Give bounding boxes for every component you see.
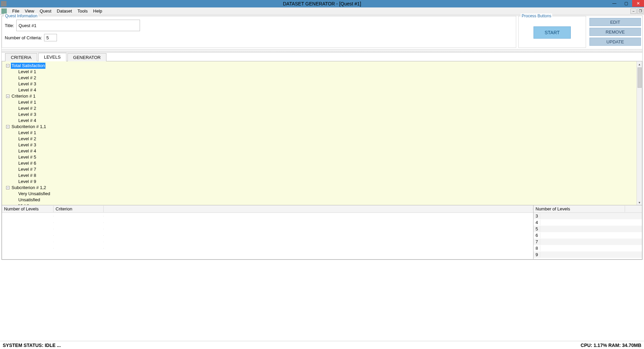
collapse-icon[interactable]: − (6, 186, 9, 189)
num-criteria-input[interactable] (44, 34, 57, 41)
tree-leaf[interactable]: Level # 8 (18, 172, 37, 179)
menu-dataset[interactable]: Dataset (54, 8, 75, 14)
menu-help[interactable]: Help (90, 8, 105, 14)
table-cell[interactable] (2, 235, 54, 236)
table-cell[interactable]: 9 (534, 252, 540, 258)
table-cell[interactable]: 3 (534, 213, 540, 219)
scroll-thumb[interactable] (638, 67, 642, 88)
tree-leaf[interactable]: Level # 4 (18, 148, 37, 154)
close-button[interactable]: ✕ (632, 0, 644, 7)
collapse-icon[interactable]: − (6, 95, 9, 98)
table-cell[interactable]: 5 (534, 226, 540, 232)
statusbar: SYSTEM STATUS: IDLE ... CPU: 1.17% RAM: … (0, 341, 644, 349)
tree-node-subcriterion-1-2[interactable]: Subcriterion # 1,2 (11, 185, 47, 191)
tree-leaf[interactable]: Level # 1 (18, 69, 37, 75)
tree-leaf[interactable]: Level # 6 (18, 160, 37, 166)
tree-leaf[interactable]: Level # 3 (18, 81, 37, 87)
start-button[interactable]: START (534, 26, 571, 39)
tree-leaf[interactable]: Level # 3 (18, 111, 37, 118)
status-right: CPU: 1.17% RAM: 34.70MB (581, 343, 641, 348)
action-buttons: EDIT REMOVE UPDATE (588, 16, 642, 48)
tree-leaf[interactable]: Unsatisfied (18, 197, 41, 203)
process-title: Process Buttons (521, 14, 552, 18)
quest-information-group: Quest Information Title: Number of Crite… (2, 16, 516, 48)
tree-leaf[interactable]: Level # 5 (18, 154, 37, 160)
table-cell[interactable]: 7 (534, 239, 540, 245)
left-col-criterion[interactable]: Criterion (54, 206, 104, 212)
right-table: Number of Levels 3 4 5 6 7 8 9 (534, 205, 642, 259)
table-cell[interactable] (2, 229, 54, 229)
mdi-restore-button[interactable]: ❐ (637, 8, 643, 14)
tree-node-criterion-1[interactable]: Criterion # 1 (11, 93, 36, 99)
tree-leaf[interactable]: Middle (18, 203, 32, 205)
title-input[interactable] (16, 20, 140, 31)
minimize-button[interactable]: — (608, 0, 620, 7)
tree-leaf[interactable]: Level # 7 (18, 166, 37, 172)
window-title: DATASET GENERATOR - [Quest #1] (283, 1, 361, 6)
process-buttons-group: Process Buttons START (518, 16, 586, 48)
tree-leaf[interactable]: Level # 1 (18, 130, 37, 136)
tree-leaf[interactable]: Very Unsatisfied (18, 191, 51, 197)
table-cell[interactable]: 6 (534, 232, 540, 238)
levels-tree[interactable]: −Total Satisfaction Level # 1 Level # 2 … (2, 61, 637, 205)
tree-leaf[interactable]: Level # 4 (18, 87, 37, 93)
doc-icon (1, 8, 7, 14)
tab-generator[interactable]: GENERATOR (67, 53, 106, 61)
table-cell[interactable] (54, 242, 104, 242)
tree-scrollbar[interactable]: ▴ ▾ (637, 61, 642, 205)
table-cell[interactable]: 8 (534, 245, 540, 251)
menu-quest[interactable]: Quest (37, 8, 54, 14)
left-col-empty (104, 208, 533, 210)
app-icon (1, 1, 6, 6)
tree-leaf[interactable]: Level # 2 (18, 75, 37, 81)
left-table: Number of Levels Criterion (2, 205, 534, 259)
tree-leaf[interactable]: Level # 1 (18, 99, 37, 105)
table-cell[interactable] (2, 242, 54, 242)
scroll-up-icon[interactable]: ▴ (637, 61, 642, 67)
left-col-levels[interactable]: Number of Levels (2, 206, 54, 212)
tab-levels[interactable]: LEVELS (38, 53, 66, 61)
tab-criteria[interactable]: CRITERIA (5, 53, 37, 61)
title-label: Title: (5, 23, 14, 28)
remove-button[interactable]: REMOVE (589, 28, 641, 36)
edit-button[interactable]: EDIT (589, 18, 641, 26)
update-button[interactable]: UPDATE (589, 38, 641, 46)
menu-tools[interactable]: Tools (75, 8, 90, 14)
maximize-button[interactable]: ▢ (620, 0, 632, 7)
scroll-down-icon[interactable]: ▾ (637, 200, 642, 205)
tree-leaf[interactable]: Level # 3 (18, 142, 37, 148)
table-cell[interactable] (2, 216, 54, 217)
tree-leaf[interactable]: Level # 9 (18, 179, 37, 185)
table-cell[interactable] (54, 229, 104, 229)
window-titlebar: DATASET GENERATOR - [Quest #1] — ▢ ✕ (0, 0, 644, 7)
collapse-icon[interactable]: − (6, 125, 9, 128)
table-cell[interactable] (2, 248, 54, 249)
tree-leaf[interactable]: Level # 2 (18, 136, 37, 142)
table-cell[interactable] (2, 222, 54, 223)
table-cell[interactable] (54, 248, 104, 249)
status-left: SYSTEM STATUS: IDLE ... (3, 343, 61, 348)
num-criteria-label: Number of Criteria: (5, 35, 42, 40)
tree-node-subcriterion-1-1[interactable]: Subcriterion # 1,1 (11, 124, 47, 130)
quest-info-title: Quest Information (4, 14, 38, 18)
collapse-icon[interactable]: − (6, 64, 9, 67)
right-col-levels[interactable]: Number of Levels (534, 206, 625, 212)
table-cell[interactable]: 4 (534, 220, 540, 225)
mdi-minimize-button[interactable]: – (630, 8, 637, 14)
table-cell[interactable] (54, 216, 104, 217)
table-cell[interactable] (54, 235, 104, 236)
tabstrip: CRITERIA LEVELS GENERATOR (2, 53, 642, 61)
horizontal-divider (2, 49, 642, 53)
tree-leaf[interactable]: Level # 2 (18, 105, 37, 111)
tree-node-total-satisfaction[interactable]: Total Satisfaction (11, 63, 45, 69)
tree-leaf[interactable]: Level # 4 (18, 118, 37, 124)
table-cell[interactable] (54, 222, 104, 223)
